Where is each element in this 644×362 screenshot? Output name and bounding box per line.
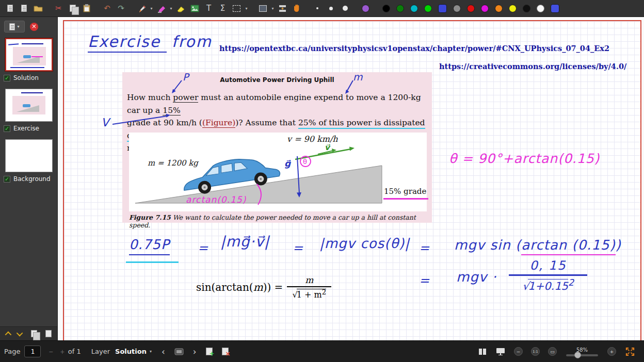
equation-lhs: 0.75P xyxy=(129,237,170,255)
layer-thumbnail-background[interactable] xyxy=(5,139,53,172)
highlighter-tool-icon[interactable] xyxy=(155,2,168,15)
formula-denominator: √1 + m2 xyxy=(293,288,327,300)
problem-text-segment: )? Assume that xyxy=(235,118,298,127)
color-swatch-red[interactable] xyxy=(467,5,475,12)
paste-icon[interactable] xyxy=(80,2,93,15)
move-layer-up-icon[interactable] xyxy=(5,331,12,338)
formula-text: )) = xyxy=(263,281,283,293)
license-link[interactable]: https://creativecommons.org/licenses/by/… xyxy=(439,62,626,71)
select-tool-icon[interactable] xyxy=(230,2,243,15)
presentation-mode-icon[interactable] xyxy=(496,348,505,355)
color-swatch-lightgreen[interactable] xyxy=(424,5,432,12)
figure-link[interactable]: (Figure) xyxy=(202,118,235,128)
eraser-tool-icon[interactable] xyxy=(174,2,187,15)
fullscreen-button[interactable] xyxy=(625,347,635,357)
stroke-fine-icon[interactable] xyxy=(311,2,324,15)
next-layer-icon[interactable]: › xyxy=(193,347,197,357)
color-swatch-magenta[interactable] xyxy=(481,5,489,12)
layer-thumbnail-solution[interactable] xyxy=(5,38,53,71)
layer-row-background: ✓ Background xyxy=(0,175,57,186)
current-color-indicator[interactable] xyxy=(362,5,369,12)
document-icon[interactable] xyxy=(18,2,30,15)
sidebar-close-button[interactable]: × xyxy=(30,23,38,31)
plus-badge: + xyxy=(210,350,215,357)
zoom-slider-handle[interactable] xyxy=(574,352,581,358)
page-increment-button[interactable]: + xyxy=(60,348,65,356)
select-options-chevron-icon[interactable]: ▾ xyxy=(244,2,249,15)
color-swatch-black[interactable] xyxy=(382,5,390,12)
cut-icon[interactable]: ✂ xyxy=(52,2,65,15)
theta-equation: θ = 90°+arctan(0.15) xyxy=(449,151,600,166)
copy-icon[interactable] xyxy=(66,2,79,15)
layer-visibility-icon[interactable] xyxy=(174,348,184,355)
sidebar-view-selector[interactable]: ▾ xyxy=(4,21,25,32)
zoom-in-button[interactable]: + xyxy=(607,347,616,356)
color-swatch-yellow[interactable] xyxy=(509,5,517,12)
formula-text: sin(arctan( xyxy=(196,281,253,293)
previous-layer-icon[interactable]: ‹ xyxy=(162,347,165,357)
color-picker-custom[interactable] xyxy=(551,4,559,13)
pages-side-by-side-icon[interactable] xyxy=(478,349,487,355)
fill-options-chevron-icon[interactable]: ▾ xyxy=(270,2,276,15)
formula-fraction: m √1 + m2 xyxy=(287,275,331,300)
zoom-100-button[interactable]: 1:1 xyxy=(531,347,540,356)
zoom-out-button[interactable]: − xyxy=(514,347,523,356)
duplicate-layer-icon[interactable] xyxy=(31,330,37,337)
merge-layer-icon[interactable] xyxy=(45,330,52,337)
thumb-scribble xyxy=(8,41,18,45)
layer-checkbox-background[interactable]: ✓ xyxy=(4,176,10,183)
layer-checkbox-exercise[interactable]: ✓ xyxy=(4,125,10,132)
hand-tool-icon[interactable] xyxy=(290,2,303,15)
heading-word-exercise: Exercise xyxy=(88,32,167,53)
color-swatch-cyan[interactable] xyxy=(410,5,418,12)
redo-icon[interactable]: ↷ xyxy=(115,2,127,15)
theta-label: θ xyxy=(303,158,307,166)
layer-label-background[interactable]: Background xyxy=(13,175,51,183)
color-swatch-black2[interactable] xyxy=(523,5,530,12)
figure-caption: Figure 7.15 We want to calculate the pow… xyxy=(129,213,432,229)
pen-tool-icon[interactable] xyxy=(135,2,148,15)
color-swatch-green[interactable] xyxy=(396,5,404,12)
caption-tag: Figure 7.15 xyxy=(129,213,171,221)
equation-term-cos: |mgv cos(θ)| xyxy=(319,236,410,251)
layer-label-exercise[interactable]: Exercise xyxy=(13,125,39,132)
undo-icon[interactable]: ↶ xyxy=(101,2,114,15)
insert-image-icon[interactable] xyxy=(188,2,201,15)
highlighter-options-chevron-icon[interactable]: ▾ xyxy=(168,2,174,15)
color-swatch-gray[interactable] xyxy=(453,5,461,12)
zoom-slider[interactable] xyxy=(566,354,598,356)
math-tex-tool-icon[interactable]: Σ xyxy=(216,2,229,15)
fill-tool-icon[interactable] xyxy=(256,2,269,15)
stroke-medium-icon[interactable] xyxy=(325,2,337,15)
layer-checkbox-solution[interactable]: ✓ xyxy=(4,75,10,81)
stroke-thick-icon[interactable] xyxy=(339,2,351,15)
zoom-100-label: 1:1 xyxy=(533,350,538,354)
pen-options-chevron-icon[interactable]: ▾ xyxy=(149,2,154,15)
page-number-input[interactable] xyxy=(24,345,41,357)
move-layer-down-icon[interactable] xyxy=(17,330,23,336)
page-decrement-button[interactable]: − xyxy=(49,348,53,356)
layer-selector[interactable]: Solution ▾ xyxy=(115,348,152,355)
color-swatch-white[interactable] xyxy=(537,5,544,12)
delete-layer-icon[interactable]: × xyxy=(222,348,229,355)
open-folder-icon[interactable] xyxy=(31,2,44,15)
source-link[interactable]: https://opentextbc.ca/universityphysicsv… xyxy=(219,44,609,53)
velocity-vector-label: v⃗ xyxy=(325,143,330,152)
new-document-icon[interactable] xyxy=(4,2,17,15)
layer-label-solution[interactable]: Solution xyxy=(13,74,39,81)
add-layer-icon[interactable]: + xyxy=(206,348,213,355)
canvas-viewport[interactable]: Exercisefrom https://opentextbc.ca/unive… xyxy=(58,17,644,340)
color-swatch-blue-selected[interactable] xyxy=(438,4,447,13)
layer-thumbnail-exercise[interactable] xyxy=(5,89,53,122)
annotation-m-arrow xyxy=(342,79,357,96)
formula-lhs: sin(arctan(m)) = xyxy=(196,281,283,293)
text-tool-icon[interactable]: T xyxy=(202,2,215,15)
document-page[interactable]: Exercisefrom https://opentextbc.ca/unive… xyxy=(63,20,641,340)
current-layer-name: Solution xyxy=(115,348,147,355)
sidebar-view-chevron-icon[interactable]: ▾ xyxy=(17,24,19,29)
sqrt-radicand: 1+0.15 xyxy=(528,279,568,292)
zoom-fit-button[interactable]: ▭ xyxy=(548,347,557,356)
vertical-space-tool-icon[interactable] xyxy=(276,2,289,15)
problem-text-segment: How much xyxy=(127,93,173,102)
color-swatch-orange[interactable] xyxy=(495,5,503,12)
